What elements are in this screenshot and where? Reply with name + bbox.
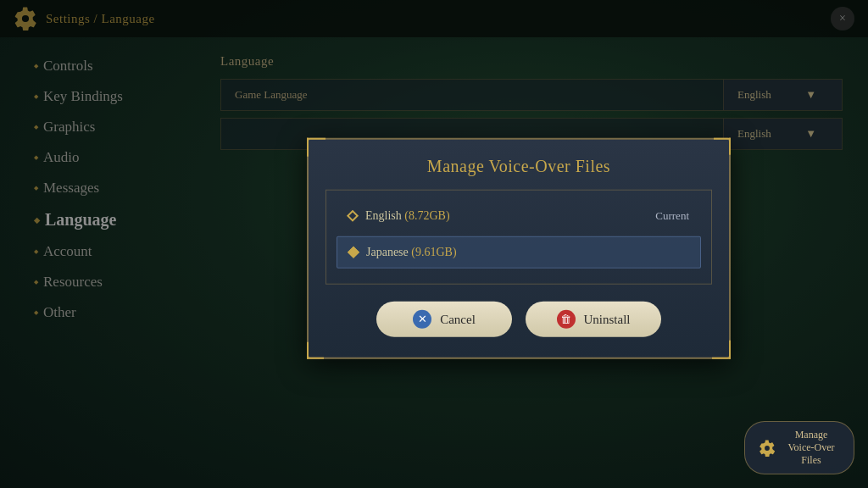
modal-body: English (8.72GB) Current Japanese (9.61G… [309, 190, 729, 358]
voice-name-english: English (8.72GB) [365, 209, 655, 223]
voice-size-english: (8.72GB) [404, 209, 449, 222]
bottom-right-label: Manage Voice-Over Files [782, 429, 840, 467]
uninstall-label: Uninstall [584, 312, 631, 326]
voice-size-japanese: (9.61GB) [411, 246, 456, 258]
uninstall-button[interactable]: 🗑 Uninstall [526, 302, 661, 337]
corner-decoration-tr [714, 138, 731, 155]
voice-status-english: Current [655, 209, 689, 223]
voice-name-japanese: Japanese (9.61GB) [366, 246, 688, 259]
corner-decoration-bl [307, 342, 324, 359]
voice-item-japanese[interactable]: Japanese (9.61GB) [337, 236, 701, 269]
cancel-button[interactable]: ✕ Cancel [376, 302, 512, 337]
cancel-label: Cancel [440, 312, 476, 326]
cancel-icon: ✕ [413, 310, 431, 329]
uninstall-icon: 🗑 [557, 310, 576, 329]
manage-voice-over-modal: Manage Voice-Over Files English (8.72GB)… [307, 138, 731, 359]
diamond-icon-english [347, 210, 359, 222]
gear-icon-small [759, 440, 776, 457]
diamond-icon-japanese [348, 247, 359, 258]
manage-voice-over-button[interactable]: Manage Voice-Over Files [744, 421, 854, 474]
modal-buttons: ✕ Cancel 🗑 Uninstall [326, 302, 712, 341]
modal-title: Manage Voice-Over Files [309, 140, 729, 190]
voice-list: English (8.72GB) Current Japanese (9.61G… [326, 190, 712, 285]
voice-item-english[interactable]: English (8.72GB) Current [337, 201, 701, 231]
